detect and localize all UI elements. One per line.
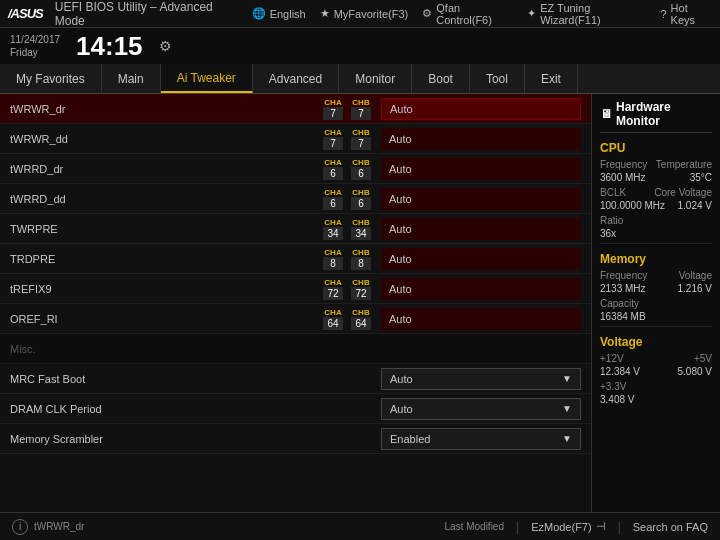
mem-cap-label-row: Capacity [600, 298, 712, 309]
bottom-right: Last Modified | EzMode(F7) ⊣ | Search on… [445, 520, 708, 534]
value-twrrd-dr[interactable]: Auto [381, 158, 581, 180]
table-row[interactable]: Memory Scrambler Enabled ▼ [0, 424, 591, 454]
time-display: 14:15 [76, 33, 143, 59]
table-row[interactable]: MRC Fast Boot Auto ▼ [0, 364, 591, 394]
top-bar-actions: 🌐 English ★ MyFavorite(F3) ⚙ Qfan Contro… [252, 2, 712, 26]
mem-freq-label-row: Frequency Voltage [600, 270, 712, 281]
row-label-dram-clk: DRAM CLK Period [10, 403, 120, 415]
qfan-button[interactable]: ⚙ Qfan Control(F6) [422, 2, 513, 26]
row-label-twrrd-dr: tWRRD_dr [10, 163, 120, 175]
tab-boot[interactable]: Boot [412, 64, 470, 93]
table-row[interactable]: tWRWR_dr CHA7 CHB7 Auto [0, 94, 591, 124]
ez-tuning-button[interactable]: ✦ EZ Tuning Wizard(F11) [527, 2, 646, 26]
datetime-bar: 11/24/2017 Friday 14:15 ⚙ [0, 28, 720, 64]
value-twrrd-dd[interactable]: Auto [381, 188, 581, 210]
value-trdpre[interactable]: Auto [381, 248, 581, 270]
ratio-label-row: Ratio [600, 215, 712, 226]
cpu-freq-value-row: 3600 MHz 35°C [600, 172, 712, 183]
row-label-twrwr-dd: tWRWR_dd [10, 133, 120, 145]
mrc-fast-boot-dropdown[interactable]: Auto ▼ [381, 368, 581, 390]
row-label-trdpre: TRDPRE [10, 253, 120, 265]
bottom-bar: i tWRWR_dr Last Modified | EzMode(F7) ⊣ … [0, 512, 720, 540]
dram-clk-dropdown[interactable]: Auto ▼ [381, 398, 581, 420]
table-row[interactable]: TRDPRE CHA8 CHB8 Auto [0, 244, 591, 274]
tab-my-favorites[interactable]: My Favorites [0, 64, 102, 93]
value-twrpre[interactable]: Auto [381, 218, 581, 240]
nav-tabs: My Favorites Main Ai Tweaker Advanced Mo… [0, 64, 720, 94]
bottom-left: i tWRWR_dr [12, 519, 84, 535]
voltage-12-label-row: +12V +5V [600, 353, 712, 364]
row-label-mrc-fast-boot: MRC Fast Boot [10, 373, 120, 385]
table-row[interactable]: OREF_RI CHA64 CHB64 Auto [0, 304, 591, 334]
search-faq-button[interactable]: Search on FAQ [633, 521, 708, 533]
row-label-twrpre: TWRPRE [10, 223, 120, 235]
info-icon[interactable]: i [12, 519, 28, 535]
monitor-icon: 🖥 [600, 107, 612, 121]
value-twrwr-dd[interactable]: Auto [381, 128, 581, 150]
bios-title: UEFI BIOS Utility – Advanced Mode [55, 0, 240, 28]
settings-panel: tWRWR_dr CHA7 CHB7 Auto tWRWR_dd CHA7 CH… [0, 94, 592, 512]
value-oref-ri[interactable]: Auto [381, 308, 581, 330]
ratio-value-row: 36x [600, 228, 712, 239]
cpu-freq-row: Frequency Temperature [600, 159, 712, 170]
settings-gear-icon[interactable]: ⚙ [159, 38, 172, 54]
main-content: tWRWR_dr CHA7 CHB7 Auto tWRWR_dd CHA7 CH… [0, 94, 720, 512]
value-twrwr-dr[interactable]: Auto [381, 98, 581, 120]
memory-scrambler-dropdown[interactable]: Enabled ▼ [381, 428, 581, 450]
hw-monitor-title: 🖥 Hardware Monitor [600, 100, 712, 133]
row-label-trefix9: tREFIX9 [10, 283, 120, 295]
memory-section-title: Memory [600, 252, 712, 266]
table-row[interactable]: tWRRD_dd CHA6 CHB6 Auto [0, 184, 591, 214]
exit-icon: ⊣ [596, 520, 606, 533]
voltage-12-value-row: 12.384 V 5.080 V [600, 366, 712, 377]
table-row[interactable]: TWRPRE CHA34 CHB34 Auto [0, 214, 591, 244]
cpu-section-title: CPU [600, 141, 712, 155]
table-row[interactable]: tREFIX9 CHA72 CHB72 Auto [0, 274, 591, 304]
voltage-section-title: Voltage [600, 335, 712, 349]
asus-logo: /ASUS [8, 6, 43, 21]
hw-monitor-panel: 🖥 Hardware Monitor CPU Frequency Tempera… [592, 94, 720, 512]
tab-monitor[interactable]: Monitor [339, 64, 412, 93]
bclk-label-row: BCLK Core Voltage [600, 187, 712, 198]
row-label-twrrd-dd: tWRRD_dd [10, 193, 120, 205]
tab-main[interactable]: Main [102, 64, 161, 93]
row-label-oref-ri: OREF_RI [10, 313, 120, 325]
row-label-memory-scrambler: Memory Scrambler [10, 433, 120, 445]
myfavorite-button[interactable]: ★ MyFavorite(F3) [320, 7, 409, 20]
row-label-twrwr-dr: tWRWR_dr [10, 103, 120, 115]
bottom-status-label: tWRWR_dr [34, 521, 84, 532]
fan-icon: ⚙ [422, 7, 432, 20]
language-selector[interactable]: 🌐 English [252, 7, 306, 20]
last-modified-label: Last Modified [445, 521, 504, 532]
cha-chb-twrwr-dr: CHA7 CHB7 [323, 98, 371, 120]
ez-mode-button[interactable]: EzMode(F7) ⊣ [531, 520, 606, 533]
voltage-33-label-row: +3.3V [600, 381, 712, 392]
table-row[interactable]: tWRRD_dr CHA6 CHB6 Auto [0, 154, 591, 184]
top-bar: /ASUS UEFI BIOS Utility – Advanced Mode … [0, 0, 720, 28]
table-row[interactable]: tWRWR_dd CHA7 CHB7 Auto [0, 124, 591, 154]
table-row[interactable]: DRAM CLK Period Auto ▼ [0, 394, 591, 424]
date-info: 11/24/2017 Friday [10, 33, 60, 59]
chevron-down-icon: ▼ [562, 403, 572, 414]
value-trefix9[interactable]: Auto [381, 278, 581, 300]
voltage-33-value-row: 3.408 V [600, 394, 712, 405]
mem-freq-value-row: 2133 MHz 1.216 V [600, 283, 712, 294]
separator-1: | [516, 520, 519, 534]
globe-icon: 🌐 [252, 7, 266, 20]
section-misc: Misc. [0, 334, 591, 364]
bclk-value-row: 100.0000 MHz 1.024 V [600, 200, 712, 211]
tab-advanced[interactable]: Advanced [253, 64, 339, 93]
mem-cap-value-row: 16384 MB [600, 311, 712, 322]
wand-icon: ✦ [527, 7, 536, 20]
tab-tool[interactable]: Tool [470, 64, 525, 93]
tab-exit[interactable]: Exit [525, 64, 578, 93]
hot-keys-button[interactable]: ? Hot Keys [660, 2, 712, 26]
chevron-down-icon: ▼ [562, 373, 572, 384]
chevron-down-icon: ▼ [562, 433, 572, 444]
star-icon: ★ [320, 7, 330, 20]
tab-ai-tweaker[interactable]: Ai Tweaker [161, 64, 253, 93]
key-icon: ? [660, 8, 666, 20]
separator-2: | [618, 520, 621, 534]
